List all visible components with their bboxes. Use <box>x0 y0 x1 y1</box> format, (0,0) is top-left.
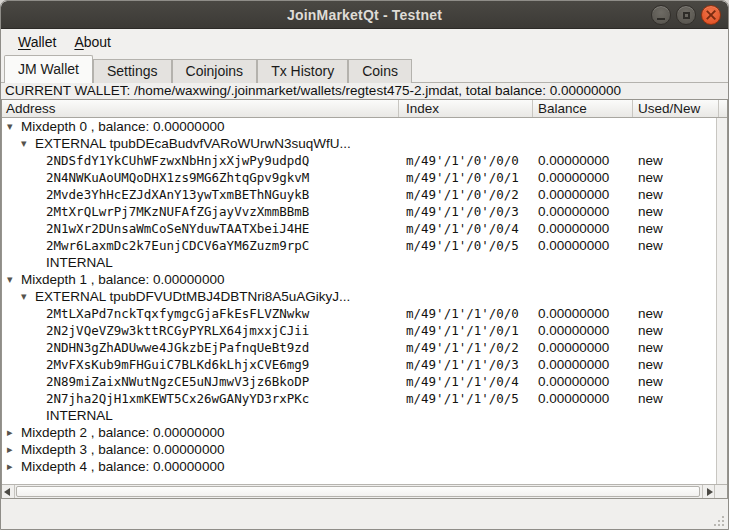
tree-row[interactable]: 2N2jVQeVZ9w3kttRCGyPYRLX64jmxxjCJiim/49'… <box>2 322 727 339</box>
status-cell <box>633 271 719 288</box>
scroll-left-button[interactable] <box>2 485 15 498</box>
index-cell: m/49'/1'/0'/0/3 <box>399 203 533 220</box>
tree-row[interactable]: 2N1wXr2DUnsaWmCoSeNYduwTAATXbeiJ4HEm/49'… <box>2 220 727 237</box>
row-label: INTERNAL <box>46 255 113 270</box>
address-text: 2Mwr6LaxmDc2k7EunjCDCV6aYM6Zuzm9rpC <box>46 238 309 253</box>
tree-row[interactable]: 2N7jha2QjH1xmKEWT5Cx26wGANyYD3rxPKcm/49'… <box>2 390 727 407</box>
menu-about[interactable]: About <box>65 31 120 53</box>
address-text: 2NDHN3gZhADUwwe4JGkzbEjPafnqUeBt9zd <box>46 340 309 355</box>
tree-row[interactable]: ▸Mixdepth 4 , balance: 0.00000000 <box>2 458 727 475</box>
tree-row[interactable]: 2MtXrQLwrPj7MKzNUFAfZGjayVvzXmmBBmBm/49'… <box>2 203 727 220</box>
column-header-used-new[interactable]: Used/New <box>633 100 719 117</box>
balance-cell <box>533 135 633 152</box>
balance-cell <box>533 458 633 475</box>
tree-row[interactable]: INTERNAL <box>2 407 727 424</box>
tree-row[interactable]: 2NDSfdY1YkCUhWFzwxNbHnjxXjwPy9udpdQm/49'… <box>2 152 727 169</box>
tree-row[interactable]: ▾EXTERNAL tpubDFVUDtMBJ4DBTNri8A5uAGikyJ… <box>2 288 727 305</box>
address-cell: 2Mwr6LaxmDc2k7EunjCDCV6aYM6Zuzm9rpC <box>2 237 399 254</box>
status-cell: new <box>633 237 719 254</box>
tree-row[interactable]: 2Mwr6LaxmDc2k7EunjCDCV6aYM6Zuzm9rpCm/49'… <box>2 237 727 254</box>
index-cell: m/49'/1'/1'/0/5 <box>399 390 533 407</box>
balance-cell <box>533 118 633 135</box>
minimize-button[interactable] <box>651 5 671 25</box>
close-button[interactable] <box>701 5 721 25</box>
address-cell: INTERNAL <box>2 254 399 271</box>
column-header-index[interactable]: Index <box>399 100 533 117</box>
index-cell: m/49'/1'/1'/0/2 <box>399 339 533 356</box>
close-icon <box>706 10 716 20</box>
address-cell: 2MtXrQLwrPj7MKzNUFAfZGjayVvzXmmBBmB <box>2 203 399 220</box>
balance-cell: 0.00000000 <box>533 220 633 237</box>
status-cell: new <box>633 356 719 373</box>
expander-open-icon[interactable]: ▾ <box>7 118 21 135</box>
status-cell: new <box>633 390 719 407</box>
maximize-icon <box>683 12 690 19</box>
balance-cell: 0.00000000 <box>533 203 633 220</box>
tree-row[interactable]: 2MvFXsKub9mFHGuiC7BLKd6kLhjxCVE6mg9m/49'… <box>2 356 727 373</box>
balance-cell: 0.00000000 <box>533 186 633 203</box>
expander-closed-icon[interactable]: ▸ <box>7 441 21 458</box>
row-label: EXTERNAL tpubDEcaBudvfVARoWUrwN3suqWfU..… <box>35 136 351 151</box>
tab-settings[interactable]: Settings <box>93 59 172 83</box>
status-cell <box>633 288 719 305</box>
address-cell: 2N7jha2QjH1xmKEWT5Cx26wGANyYD3rxPKc <box>2 390 399 407</box>
vertical-scrollbar[interactable] <box>716 118 727 484</box>
horizontal-scrollbar-thumb[interactable] <box>16 486 700 497</box>
index-cell: m/49'/1'/0'/0/5 <box>399 237 533 254</box>
tab-coins[interactable]: Coins <box>348 59 412 83</box>
balance-cell: 0.00000000 <box>533 169 633 186</box>
tree-row[interactable]: ▾EXTERNAL tpubDEcaBudvfVARoWUrwN3suqWfU.… <box>2 135 727 152</box>
tree-row[interactable]: 2N4NWKuAoUMQoDHX1zs9MG6ZhtqGpv9gkvMm/49'… <box>2 169 727 186</box>
index-cell <box>399 288 533 305</box>
status-cell: new <box>633 220 719 237</box>
resize-grip[interactable] <box>711 513 724 526</box>
index-cell: m/49'/1'/1'/0/3 <box>399 356 533 373</box>
tree-row[interactable]: INTERNAL <box>2 254 727 271</box>
address-cell: 2N4NWKuAoUMQoDHX1zs9MG6ZhtqGpv9gkvM <box>2 169 399 186</box>
tab-coinjoins[interactable]: Coinjoins <box>172 59 258 83</box>
maximize-button[interactable] <box>676 5 696 25</box>
status-cell: new <box>633 186 719 203</box>
balance-cell: 0.00000000 <box>533 390 633 407</box>
index-cell <box>399 254 533 271</box>
address-cell: ▾Mixdepth 1 , balance: 0.00000000 <box>2 271 399 288</box>
tree-row[interactable]: ▸Mixdepth 3 , balance: 0.00000000 <box>2 441 727 458</box>
tree-row[interactable]: ▾Mixdepth 1 , balance: 0.00000000 <box>2 271 727 288</box>
balance-cell: 0.00000000 <box>533 152 633 169</box>
address-cell: ▸Mixdepth 2 , balance: 0.00000000 <box>2 424 399 441</box>
balance-cell <box>533 424 633 441</box>
status-cell <box>633 458 719 475</box>
status-cell: new <box>633 152 719 169</box>
column-header-balance[interactable]: Balance <box>533 100 633 117</box>
balance-cell <box>533 288 633 305</box>
expander-closed-icon[interactable]: ▸ <box>7 424 21 441</box>
scroll-right-button[interactable] <box>702 485 715 498</box>
tree-row[interactable]: 2MtLXaPd7nckTqxfymgcGjaFkEsFLVZNwkwm/49'… <box>2 305 727 322</box>
expander-open-icon[interactable]: ▾ <box>7 271 21 288</box>
index-cell <box>399 441 533 458</box>
expander-open-icon[interactable]: ▾ <box>21 288 35 305</box>
index-cell: m/49'/1'/1'/0/0 <box>399 305 533 322</box>
tree-row[interactable]: 2Mvde3YhHcEZJdXAnY13ywTxmBEThNGuykBm/49'… <box>2 186 727 203</box>
current-wallet-label: CURRENT WALLET: /home/waxwing/.joinmarke… <box>1 83 728 99</box>
column-header-filler <box>719 100 727 117</box>
tree-row[interactable]: 2NDHN3gZhADUwwe4JGkzbEjPafnqUeBt9zdm/49'… <box>2 339 727 356</box>
expander-open-icon[interactable]: ▾ <box>21 135 35 152</box>
index-cell: m/49'/1'/0'/0/4 <box>399 220 533 237</box>
tab-tx-history[interactable]: Tx History <box>257 59 348 83</box>
status-bar <box>1 499 728 529</box>
tree-row[interactable]: ▸Mixdepth 2 , balance: 0.00000000 <box>2 424 727 441</box>
tab-jm-wallet[interactable]: JM Wallet <box>4 55 93 83</box>
tree-row[interactable]: 2N89miZaixNWutNgzCE5uNJmwV3jz6BkoDPm/49'… <box>2 373 727 390</box>
expander-closed-icon[interactable]: ▸ <box>7 458 21 475</box>
menu-wallet[interactable]: Wallet <box>9 31 65 53</box>
horizontal-scrollbar[interactable] <box>2 484 727 498</box>
status-cell <box>633 407 719 424</box>
index-cell <box>399 118 533 135</box>
row-label: Mixdepth 1 , balance: 0.00000000 <box>21 272 224 287</box>
address-text: 2NDSfdY1YkCUhWFzwxNbHnjxXjwPy9udpdQ <box>46 153 309 168</box>
column-header-address[interactable]: Address <box>2 100 399 117</box>
titlebar[interactable]: JoinMarketQt - Testnet <box>1 1 728 29</box>
scrollbar-corner <box>715 485 727 498</box>
tree-row[interactable]: ▾Mixdepth 0 , balance: 0.00000000 <box>2 118 727 135</box>
